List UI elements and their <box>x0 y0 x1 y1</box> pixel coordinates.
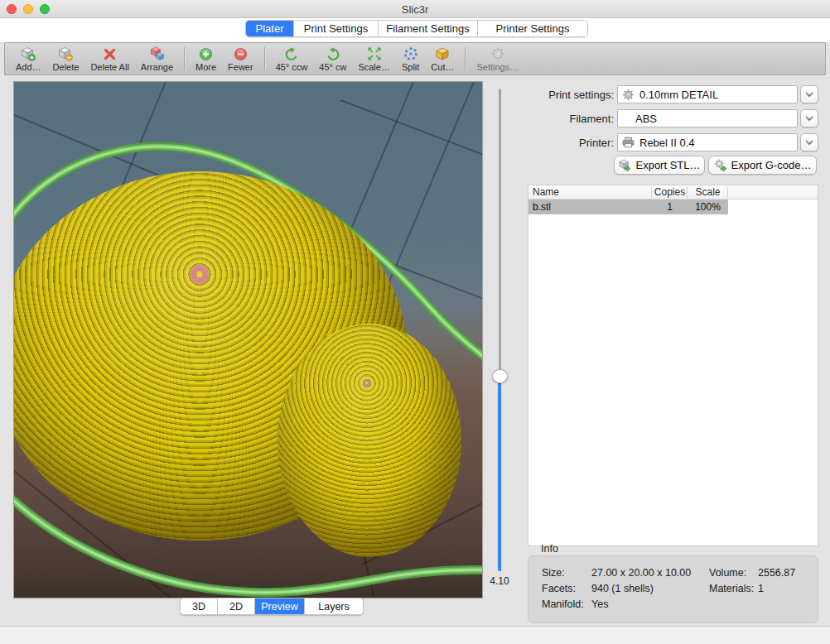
column-header-name[interactable]: Name <box>533 186 559 198</box>
print-settings-dropdown-button[interactable] <box>800 85 818 103</box>
chevron-down-icon <box>805 116 813 122</box>
export-stl-label: Export STL… <box>635 159 700 171</box>
print-settings-value: 0.10mm DETAIL <box>639 89 718 101</box>
layer-slider-thumb[interactable] <box>492 369 508 383</box>
tab-printer-settings-label: Printer Settings <box>496 22 570 35</box>
green-plus-circle-icon <box>199 46 213 61</box>
column-divider[interactable] <box>727 187 728 198</box>
column-divider[interactable] <box>687 187 688 198</box>
rotate-cw-button-label: 45° cw <box>319 62 346 72</box>
arrange-button[interactable]: Arrange <box>135 44 179 74</box>
rotate-ccw-button[interactable]: 45° ccw <box>270 44 314 74</box>
printer-label: Printer: <box>514 137 614 149</box>
facets-value: 940 (1 shells) <box>591 583 654 594</box>
column-header-scale[interactable]: Scale <box>688 186 728 198</box>
info-group-title: Info <box>541 543 558 555</box>
tab-layers[interactable]: Layers <box>305 598 363 614</box>
more-button[interactable]: More <box>190 44 222 74</box>
cell-name: b.stl <box>533 201 551 213</box>
printer-value: Rebel II 0.4 <box>639 137 695 149</box>
size-label: Size: <box>542 567 565 579</box>
cubes-icon <box>149 46 165 61</box>
box-export-icon <box>618 159 631 171</box>
tab-layers-label: Layers <box>318 601 350 613</box>
facets-label: Facets: <box>542 583 576 594</box>
rotate-ccw-button-label: 45° ccw <box>276 62 308 72</box>
cut-box-icon <box>435 46 450 61</box>
delete-all-button-label: Delete All <box>90 62 128 72</box>
printer-combo[interactable]: Rebel II 0.4 <box>617 133 798 151</box>
cut-button[interactable]: Cut… <box>425 44 460 74</box>
title-bar: Slic3r <box>0 0 830 18</box>
main-tab-segmented-control: Plater Print Settings Filament Settings … <box>245 20 588 37</box>
delete-button[interactable]: Delete <box>47 44 85 74</box>
filament-combo[interactable]: ABS <box>617 109 798 127</box>
rotate-ccw-icon <box>284 46 299 61</box>
filament-label: Filament: <box>514 113 614 125</box>
tab-2d[interactable]: 2D <box>218 598 255 614</box>
export-gcode-button[interactable]: Export G-code… <box>708 156 817 175</box>
scale-button[interactable]: Scale… <box>352 44 396 74</box>
add-button[interactable]: Add… <box>10 44 47 74</box>
rotate-cw-icon <box>326 46 340 61</box>
layer-slider-value: 4.10 <box>485 575 514 587</box>
size-value: 27.00 x 20.00 x 10.00 <box>591 567 691 579</box>
rotate-cw-button[interactable]: 45° cw <box>313 44 352 74</box>
fewer-button[interactable]: Fewer <box>222 44 259 74</box>
printer-dropdown-button[interactable] <box>800 133 818 151</box>
red-x-icon <box>103 46 117 61</box>
split-button[interactable]: Split <box>396 44 425 74</box>
filament-dropdown-button[interactable] <box>800 109 818 127</box>
tab-print-settings-label: Print Settings <box>304 22 368 35</box>
export-gcode-label: Export G-code… <box>731 159 812 171</box>
gear-export-icon <box>714 159 727 171</box>
printer-icon <box>622 137 635 148</box>
table-row-bstl[interactable]: b.stl 1 100% <box>528 199 818 214</box>
settings-button-label: Settings… <box>476 62 519 72</box>
layer-slider-fill <box>498 377 501 571</box>
more-button-label: More <box>195 62 216 72</box>
scale-button-label: Scale… <box>358 62 390 72</box>
split-button-label: Split <box>402 62 419 72</box>
gear-icon <box>622 89 635 101</box>
tab-printer-settings[interactable]: Printer Settings <box>478 21 587 36</box>
model-sphere-small[interactable] <box>277 324 461 557</box>
gear-icon <box>490 46 505 61</box>
chevron-down-icon <box>805 92 813 98</box>
volume-value: 2556.87 <box>758 567 795 579</box>
arrange-button-label: Arrange <box>141 62 173 72</box>
tab-filament-settings[interactable]: Filament Settings <box>379 21 478 36</box>
export-stl-button[interactable]: Export STL… <box>614 156 705 175</box>
column-divider[interactable] <box>651 187 652 198</box>
fewer-button-label: Fewer <box>228 62 253 72</box>
print-settings-label: Print settings: <box>514 89 614 101</box>
window-title: Slic3r <box>0 3 830 16</box>
cut-button-label: Cut… <box>431 62 454 72</box>
tab-3d-label: 3D <box>192 601 205 613</box>
tab-3d[interactable]: 3D <box>181 598 218 614</box>
toolbar-separator <box>465 47 466 70</box>
tab-plater-label: Plater <box>256 22 284 35</box>
materials-value: 1 <box>758 583 764 594</box>
viewport-3d-preview[interactable] <box>13 81 483 598</box>
tab-print-settings[interactable]: Print Settings <box>294 21 379 36</box>
scale-arrows-icon <box>367 46 382 61</box>
delete-all-button[interactable]: Delete All <box>84 44 134 74</box>
split-dots-icon <box>403 46 418 61</box>
tab-plater[interactable]: Plater <box>246 21 294 36</box>
tab-2d-label: 2D <box>229 601 243 613</box>
filament-value: ABS <box>635 113 657 125</box>
object-table-header: Name Copies Scale <box>528 185 818 199</box>
red-minus-circle-icon <box>234 46 248 61</box>
tab-preview[interactable]: Preview <box>255 598 305 614</box>
print-settings-combo[interactable]: 0.10mm DETAIL <box>617 85 798 103</box>
info-panel: Size: 27.00 x 20.00 x 10.00 Volume: 2556… <box>528 555 818 623</box>
settings-button[interactable]: Settings… <box>470 44 524 74</box>
delete-button-label: Delete <box>53 62 80 72</box>
object-list-table[interactable]: Name Copies Scale b.stl 1 100% <box>528 185 818 546</box>
chevron-down-icon <box>805 140 813 146</box>
add-button-label: Add… <box>16 62 41 72</box>
box-minus-icon <box>58 46 73 61</box>
volume-label: Volume: <box>709 567 746 579</box>
column-header-copies[interactable]: Copies <box>652 186 688 198</box>
